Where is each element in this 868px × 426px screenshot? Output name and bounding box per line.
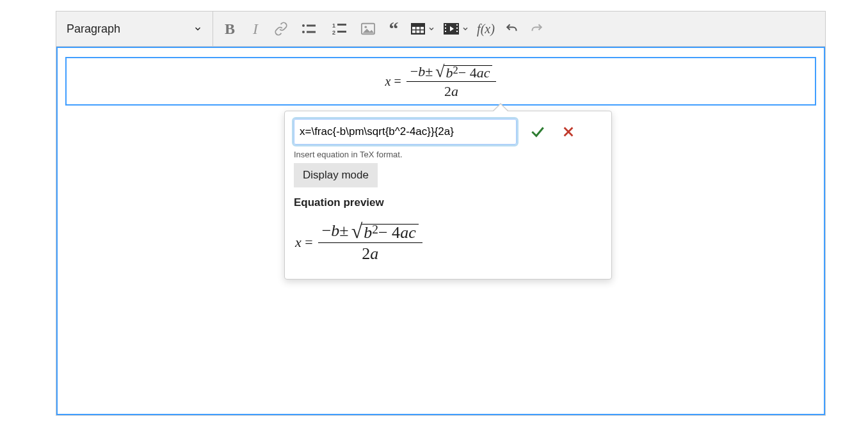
equation-icon: f(x) [477, 22, 495, 36]
block-format-select[interactable]: Paragraph [56, 12, 213, 46]
toolbar: Paragraph B I 12 “ [56, 12, 825, 47]
svg-point-0 [302, 24, 305, 27]
chevron-down-icon [193, 24, 202, 33]
media-button[interactable] [440, 12, 473, 46]
svg-rect-13 [421, 27, 424, 29]
svg-rect-14 [412, 31, 415, 33]
svg-text:2: 2 [332, 29, 335, 35]
table-icon [411, 23, 425, 35]
svg-rect-15 [417, 31, 420, 33]
link-button[interactable] [268, 12, 294, 46]
rendered-equation: x = −b ± √ b2 − 4ac 2a [385, 62, 497, 101]
media-icon [444, 23, 459, 35]
svg-rect-19 [445, 28, 446, 29]
svg-rect-12 [417, 27, 420, 29]
svg-rect-16 [421, 31, 424, 33]
equation-button[interactable]: f(x) [473, 12, 499, 46]
svg-point-2 [302, 31, 305, 33]
quote-icon: “ [389, 27, 399, 31]
bullet-list-icon [301, 22, 317, 35]
svg-rect-7 [337, 31, 346, 33]
check-icon [529, 123, 546, 140]
table-button[interactable] [406, 12, 440, 46]
blockquote-button[interactable]: “ [381, 12, 406, 46]
block-format-label: Paragraph [67, 22, 120, 36]
bullet-list-button[interactable] [294, 12, 325, 46]
equation-block-selected[interactable]: x = −b ± √ b2 − 4ac 2a [65, 57, 816, 106]
redo-button[interactable] [524, 12, 550, 46]
svg-rect-23 [456, 31, 458, 32]
editor: Paragraph B I 12 “ [56, 11, 826, 416]
italic-button[interactable]: I [243, 12, 268, 46]
svg-rect-5 [337, 24, 346, 26]
image-button[interactable] [355, 12, 381, 46]
redo-icon [530, 22, 544, 35]
confirm-button[interactable] [528, 122, 547, 141]
chevron-down-icon [428, 25, 435, 33]
svg-text:1: 1 [332, 22, 335, 29]
numbered-list-button[interactable]: 12 [325, 12, 355, 46]
equation-preview: x = −b ± √ b2 − 4ac 2a [295, 219, 602, 265]
bold-icon: B [225, 20, 235, 38]
svg-rect-1 [307, 25, 316, 27]
display-mode-button[interactable]: Display mode [294, 163, 378, 187]
numbered-list-icon: 12 [332, 22, 348, 35]
svg-rect-11 [412, 27, 415, 29]
undo-button[interactable] [499, 12, 524, 46]
svg-rect-18 [445, 24, 446, 26]
link-icon [274, 22, 288, 36]
image-icon [361, 22, 375, 35]
content-area[interactable]: x = −b ± √ b2 − 4ac 2a [56, 47, 825, 415]
equation-popover: Insert equation in TeX format. Display m… [284, 111, 612, 280]
undo-icon [504, 22, 518, 35]
svg-rect-22 [456, 28, 458, 29]
svg-rect-20 [445, 31, 446, 32]
italic-icon: I [253, 20, 258, 38]
svg-rect-3 [307, 31, 316, 33]
chevron-down-icon [462, 25, 469, 33]
svg-rect-21 [456, 24, 458, 26]
tex-hint: Insert equation in TeX format. [294, 150, 602, 159]
close-icon [561, 125, 575, 139]
preview-label: Equation preview [294, 196, 602, 209]
bold-button[interactable]: B [217, 12, 243, 46]
svg-point-9 [365, 26, 367, 28]
cancel-button[interactable] [559, 122, 578, 141]
tex-input[interactable] [294, 119, 517, 145]
